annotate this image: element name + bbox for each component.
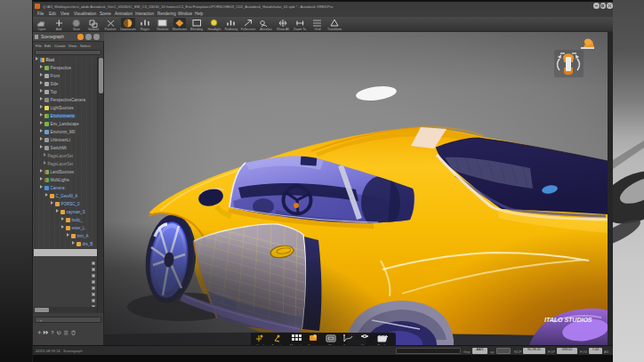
svg-text:Regen: Regen — [141, 28, 150, 31]
svg-text:Headlight: Headlight — [207, 28, 221, 31]
svg-text:Fullscreen: Fullscreen — [241, 28, 256, 31]
svg-text:Transform: Transform — [327, 28, 342, 31]
svg-text:Radiosity: Radiosity — [225, 28, 238, 31]
svg-text:Antialias: Antialias — [260, 28, 272, 31]
svg-text:Position: Position — [105, 28, 117, 31]
svg-text:Show All: Show All — [277, 28, 289, 31]
svg-text:Wireframe: Wireframe — [173, 28, 188, 31]
svg-text:Grid: Grid — [315, 28, 321, 31]
svg-text:Validate: Validate — [88, 28, 100, 31]
svg-text:Open: Open — [38, 28, 46, 31]
svg-text:Zoom To: Zoom To — [294, 28, 306, 31]
svg-text:Downscale: Downscale — [120, 28, 136, 31]
svg-text:Add: Add — [56, 28, 61, 31]
svg-text:Realistic: Realistic — [157, 28, 169, 31]
svg-text:ITALO STUDIOS: ITALO STUDIOS — [544, 317, 592, 323]
svg-text:Save: Save — [73, 28, 80, 31]
svg-text:Blending: Blending — [190, 28, 203, 31]
